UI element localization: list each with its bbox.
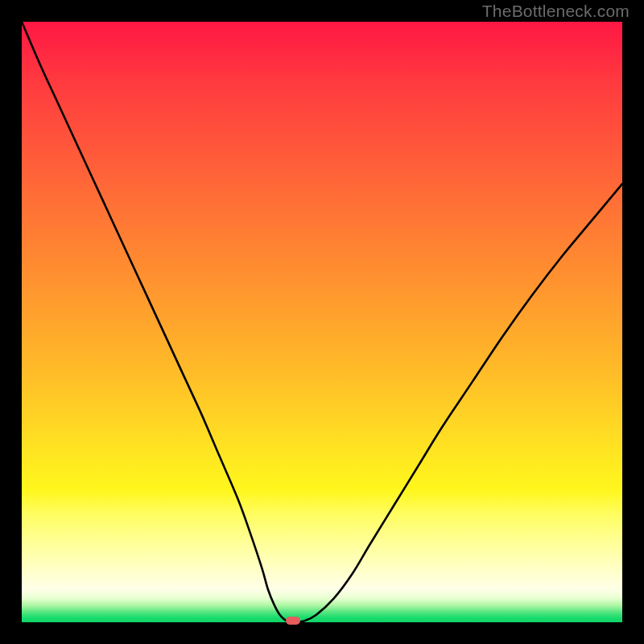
chart-frame: TheBottleneck.com (0, 0, 644, 644)
watermark-text: TheBottleneck.com (482, 2, 630, 21)
optimum-marker (286, 617, 300, 625)
bottleneck-curve (22, 22, 622, 622)
plot-area (22, 22, 622, 622)
